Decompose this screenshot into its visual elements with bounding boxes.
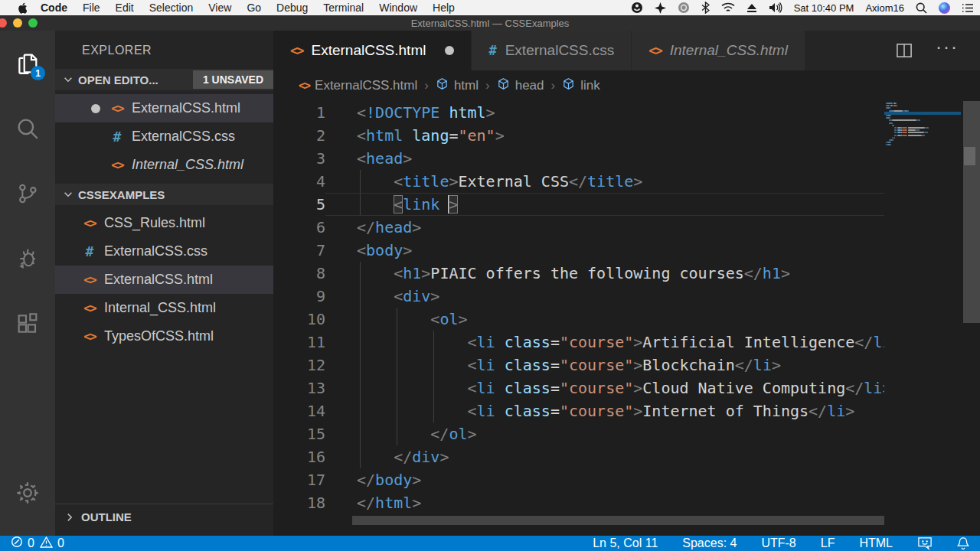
html-file-icon: <>	[83, 272, 95, 287]
menu-clock[interactable]: Sat 10:40 PM	[794, 2, 854, 14]
breadcrumb-head[interactable]: head	[497, 77, 544, 94]
status-ln-5-col-11[interactable]: Ln 5, Col 11	[593, 536, 658, 550]
breadcrumbs: <>ExternalCSS.html›html›head›link	[273, 70, 980, 101]
horizontal-scrollbar[interactable]	[352, 516, 884, 525]
status-error-circle[interactable]: 0	[11, 536, 34, 551]
code-line-2[interactable]: 2<html lang="en">	[273, 124, 884, 147]
activity-extensions-button[interactable]	[0, 291, 55, 356]
activity-search-button[interactable]	[0, 96, 55, 161]
code-line-6[interactable]: 6</head>	[273, 216, 884, 239]
menu-item-terminal[interactable]: Terminal	[315, 2, 371, 14]
indent-guide	[360, 399, 361, 422]
tab-internal-css-html[interactable]: <>Internal_CSS.html	[632, 31, 805, 70]
apple-menu-icon[interactable]	[11, 2, 33, 14]
indent-guide	[360, 422, 361, 445]
status-spaces-4[interactable]: Spaces: 4	[682, 536, 737, 550]
indent-guide	[397, 399, 397, 422]
menu-item-selection[interactable]: Selection	[142, 2, 201, 14]
code-line-7[interactable]: 7<body>	[273, 239, 884, 262]
obs-icon[interactable]	[631, 2, 643, 14]
code-line-11[interactable]: 11 <li class="course">Artificial Intelli…	[273, 331, 884, 354]
activity-explorer-button[interactable]: 1	[0, 31, 55, 96]
code-line-13[interactable]: 13 <li class="course">Cloud Native Compu…	[273, 377, 884, 399]
menu-item-view[interactable]: View	[201, 2, 239, 14]
tab-externalcss-html[interactable]: <>ExternalCSS.html	[273, 31, 472, 70]
activity-settings-button[interactable]	[0, 460, 55, 525]
modified-dot[interactable]	[445, 46, 454, 55]
code-editor[interactable]: 1<!DOCTYPE html>2<html lang="en">3<head>…	[273, 101, 980, 536]
code-line-14[interactable]: 14 <li class="course">Internet of Things…	[273, 399, 884, 422]
status-html[interactable]: HTML	[859, 536, 893, 550]
menu-item-go[interactable]: Go	[239, 2, 269, 14]
code-line-15[interactable]: 15 </ol>	[273, 422, 884, 445]
code-line-4[interactable]: 4 <title>External CSS</title>	[273, 170, 884, 193]
code-line-18[interactable]: 18</html>	[273, 491, 884, 514]
code-line-10[interactable]: 10 <ol>	[273, 308, 884, 331]
volume-icon[interactable]	[769, 2, 782, 13]
file-internal-css-html[interactable]: <>Internal_CSS.html	[55, 294, 273, 322]
outline-section-header[interactable]: OUTLINE	[55, 504, 273, 530]
bluetooth-icon[interactable]	[701, 2, 710, 14]
code-line-8[interactable]: 8 <h1>PIAIC offers the following courses…	[273, 262, 884, 285]
spotlight-icon[interactable]	[916, 2, 927, 14]
file-css-rules-html[interactable]: <>CSS_Rules.html	[55, 209, 273, 237]
breadcrumb-separator: ›	[424, 78, 429, 93]
status-warning-triangle[interactable]: 0	[40, 536, 64, 551]
code-line-1[interactable]: 1<!DOCTYPE html>	[273, 101, 884, 124]
code-line-16[interactable]: 16 </div>	[273, 445, 884, 468]
file-label: ExternalCSS.css	[104, 243, 207, 259]
siri-icon[interactable]	[939, 2, 950, 14]
code-line-9[interactable]: 9 <div>	[273, 285, 884, 308]
tab-externalcss-css[interactable]: #ExternalCSS.css	[472, 31, 632, 70]
avast-icon[interactable]	[655, 2, 666, 14]
menu-item-code[interactable]: Code	[33, 2, 75, 14]
vertical-scrollbar[interactable]	[963, 101, 980, 536]
menu-item-window[interactable]: Window	[371, 2, 425, 14]
line-number: 13	[273, 377, 325, 399]
file-typesofcss-html[interactable]: <>TypesOfCSS.html	[55, 322, 273, 350]
folder-section-header[interactable]: CSSEXAMPLES	[55, 184, 273, 205]
code-line-3[interactable]: 3<head>	[273, 147, 884, 170]
code-line-17[interactable]: 17</body>	[273, 468, 884, 491]
feedback-icon[interactable]	[917, 536, 933, 550]
html-file-icon: <>	[111, 158, 122, 172]
menu-item-help[interactable]: Help	[425, 2, 462, 14]
activity-source-control-button[interactable]	[0, 161, 55, 226]
menu-item-edit[interactable]: Edit	[108, 2, 142, 14]
eject-icon[interactable]	[746, 3, 757, 13]
open-editors-header[interactable]: OPEN EDITO... 1 UNSAVED	[55, 69, 273, 90]
explorer-sidebar: EXPLORER OPEN EDITO... 1 UNSAVED <>Exter…	[55, 31, 273, 536]
open-editor-internal-css-html[interactable]: <>Internal_CSS.html	[55, 151, 273, 179]
indent-guide	[433, 354, 434, 377]
sidebar-title: EXPLORER	[55, 31, 273, 69]
breadcrumb-html[interactable]: html	[436, 77, 479, 94]
adobe-cc-icon[interactable]	[678, 2, 690, 14]
status-lf[interactable]: LF	[821, 536, 835, 550]
code-line-12[interactable]: 12 <li class="course">Blockchain</li>	[273, 354, 884, 377]
user-menu[interactable]: Axiom16	[865, 2, 904, 14]
close-window-button[interactable]	[0, 18, 7, 28]
code-line-5[interactable]: 5 <link >	[273, 193, 884, 216]
vertical-scrollbar-thumb[interactable]	[963, 101, 980, 323]
zoom-window-button[interactable]	[28, 18, 38, 28]
menu-item-file[interactable]: File	[75, 2, 108, 14]
notification-list-icon[interactable]	[962, 3, 974, 13]
line-number: 4	[273, 170, 325, 193]
indent-guide	[433, 399, 434, 422]
status-utf-8[interactable]: UTF-8	[761, 536, 795, 550]
activity-debug-button[interactable]	[0, 226, 55, 291]
more-actions-icon[interactable]: ···	[936, 43, 959, 58]
minimize-window-button[interactable]	[13, 18, 22, 28]
breadcrumb-externalcss-html[interactable]: <>ExternalCSS.html	[299, 78, 417, 93]
menu-item-debug[interactable]: Debug	[269, 2, 315, 14]
open-editor-externalcss-css[interactable]: #ExternalCSS.css	[55, 122, 273, 151]
source-control-icon	[15, 181, 40, 206]
bell-icon[interactable]	[957, 536, 969, 550]
breadcrumb-link[interactable]: link	[562, 77, 600, 94]
minimap[interactable]	[884, 103, 961, 332]
file-externalcss-css[interactable]: #ExternalCSS.css	[55, 237, 273, 266]
file-externalcss-html[interactable]: <>ExternalCSS.html	[55, 266, 273, 294]
split-editor-icon[interactable]	[896, 43, 913, 58]
wifi-icon[interactable]	[721, 2, 735, 13]
open-editor-externalcss-html[interactable]: <>ExternalCSS.html	[55, 94, 273, 122]
